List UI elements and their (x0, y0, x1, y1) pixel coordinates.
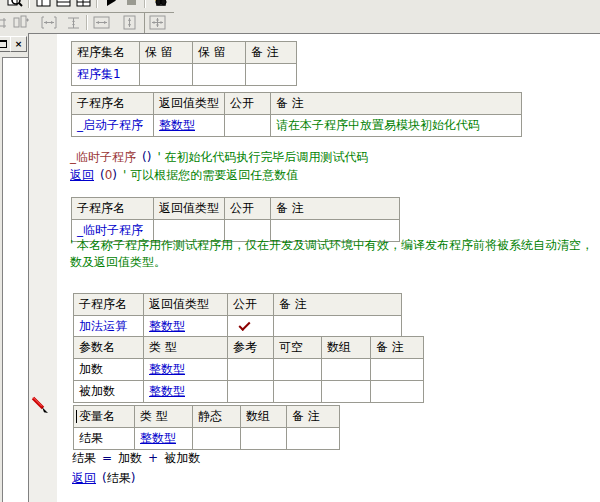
header-cell: 备 注 (287, 406, 340, 428)
run-icon[interactable] (101, 0, 121, 10)
toolbar-row-layout (0, 12, 145, 33)
note-cell[interactable] (274, 316, 402, 338)
paren-close: ) (112, 168, 117, 182)
var-name-cell[interactable]: 结果 (74, 428, 135, 450)
cell[interactable] (193, 64, 246, 86)
code-line[interactable]: _临时子程序()' 在初始化代码执行完毕后调用测试代码 (70, 150, 369, 165)
table-row: 加数 整数型 (74, 359, 424, 381)
header-cell: 数组 (241, 406, 287, 428)
var-ref: 加数 (118, 451, 142, 465)
same-size-icon[interactable] (11, 13, 31, 32)
header-cell: 返回值类型 (154, 93, 225, 115)
param-name-cell[interactable]: 被加数 (74, 381, 144, 403)
table-header-row: 子程序名 返回值类型 公开 备 注 (72, 93, 522, 115)
stop-icon[interactable] (121, 0, 141, 10)
header-cell: 子程序名 (72, 93, 154, 115)
header-cell: 子程序名 (74, 294, 144, 316)
param-name-cell[interactable]: 加数 (74, 359, 144, 381)
assembly-table: 程序集名 保 留 保 留 备 注 程序集1 (71, 41, 297, 86)
header-cell: 静态 (193, 406, 241, 428)
equals-operator: = (102, 451, 112, 465)
cell[interactable] (322, 359, 371, 381)
paren-close: ) (131, 471, 136, 485)
h-spacing-icon[interactable] (39, 13, 59, 32)
same-both-icon[interactable] (147, 13, 167, 32)
cell[interactable] (371, 381, 424, 403)
cell[interactable] (246, 64, 297, 86)
var-ref: 被加数 (164, 451, 200, 465)
cell[interactable] (228, 359, 274, 381)
comment-text: ' 可以根据您的需要返回任意数值 (123, 168, 298, 182)
same-height-icon[interactable] (119, 13, 139, 32)
return-type-cell[interactable]: 整数型 (144, 316, 228, 338)
return-keyword: 返回 (70, 168, 94, 182)
startup-sub-table: 子程序名 返回值类型 公开 备 注 _启动子程序 整数型 请在本子程序中放置易模… (71, 92, 522, 137)
toolbar-separator (144, 0, 146, 8)
type-link[interactable]: 整数型 (159, 118, 195, 132)
toolbar-separator (96, 0, 98, 8)
header-cell: 参数名 (74, 337, 144, 359)
param-type-cell[interactable]: 整数型 (144, 381, 228, 403)
cell[interactable] (241, 428, 287, 450)
public-cell[interactable] (225, 115, 271, 137)
param-type-cell[interactable]: 整数型 (144, 359, 228, 381)
assembly-name-cell[interactable]: 程序集1 (72, 64, 140, 86)
header-cell: 子程序名 (72, 198, 154, 220)
cell[interactable] (287, 428, 340, 450)
dock-tree-panel[interactable] (2, 57, 29, 502)
find-module-icon[interactable] (149, 0, 169, 10)
cell[interactable] (193, 428, 241, 450)
window-hsplit-icon[interactable] (53, 0, 73, 10)
header-cell: 可空 (274, 337, 322, 359)
add-sub-table: 子程序名 返回值类型 公开 备 注 加法运算 整数型 (73, 293, 402, 338)
type-link[interactable]: 整数型 (149, 319, 185, 333)
public-cell[interactable] (228, 316, 274, 338)
return-type-cell[interactable]: 整数型 (154, 115, 225, 137)
table-row: 结果 整数型 (74, 428, 340, 450)
sub-name-cell[interactable]: _启动子程序 (72, 115, 154, 137)
type-link[interactable]: 整数型 (149, 384, 185, 398)
code-line[interactable]: 返回(结果) (72, 471, 135, 486)
cell[interactable] (371, 359, 424, 381)
sub-call-name: _临时子程序 (70, 150, 136, 164)
header-cell: 公开 (228, 294, 274, 316)
header-cell: 返回值类型 (144, 294, 228, 316)
temp-sub-table: 子程序名 返回值类型 公开 备 注 _临时子程序 (71, 197, 400, 242)
table-header-row: 子程序名 返回值类型 公开 备 注 (72, 198, 400, 220)
comment-line[interactable]: ' 本名称子程序用作测试程序用，仅在开发及调试环境中有效，编译发布程序前将被系统… (70, 238, 593, 253)
clipped-align-icon[interactable] (0, 13, 11, 32)
header-cell: 保 留 (193, 42, 246, 64)
cell[interactable] (228, 381, 274, 403)
same-width-icon[interactable] (91, 13, 111, 32)
dock-close-button[interactable]: × (10, 36, 27, 52)
window-grid-icon[interactable] (73, 0, 93, 10)
call-args: () (142, 150, 151, 164)
editor-gutter (29, 34, 57, 502)
v-spacing-icon[interactable] (63, 13, 83, 32)
header-cell: 备 注 (371, 337, 424, 359)
cell[interactable] (274, 381, 322, 403)
header-cell: 参考 (228, 337, 274, 359)
header-cell: 变量名 (74, 406, 135, 428)
toolbar-separator (86, 15, 88, 30)
window-vsplit-icon[interactable] (33, 0, 53, 10)
header-cell: 返回值类型 (154, 198, 225, 220)
close-icon: × (15, 40, 23, 49)
ide-window: × 程序集名 保 留 保 留 备 注 程序集1 子程序名 返回值类型 公开 备 … (0, 0, 600, 502)
code-line[interactable]: 返回(0)' 可以根据您的需要返回任意数值 (70, 168, 298, 183)
note-cell[interactable]: 请在本子程序中放置易模块初始化代码 (271, 115, 522, 137)
preview-icon[interactable] (5, 0, 25, 10)
cell[interactable] (274, 359, 322, 381)
toolbar-band (0, 0, 600, 34)
type-link[interactable]: 整数型 (140, 431, 176, 445)
var-type-cell[interactable]: 整数型 (135, 428, 193, 450)
comment-text: ' 在初始化代码执行完毕后调用测试代码 (157, 150, 368, 164)
table-row: 程序集1 (72, 64, 297, 86)
cell[interactable] (322, 381, 371, 403)
comment-line[interactable]: 数及返回值类型。 (70, 255, 166, 270)
sub-name-cell[interactable]: 加法运算 (74, 316, 144, 338)
code-line[interactable]: 结果=加数+被加数 (72, 451, 200, 466)
left-dock-panel: × (0, 34, 28, 502)
type-link[interactable]: 整数型 (149, 362, 185, 376)
cell[interactable] (140, 64, 193, 86)
